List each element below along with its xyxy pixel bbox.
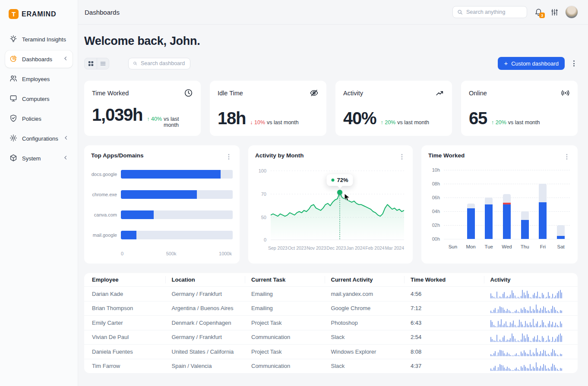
day-bar[interactable]	[485, 198, 493, 239]
bar-segment-remaining	[539, 184, 547, 202]
activity-line-plot: 10070500 72%	[271, 168, 404, 242]
clock-icon	[184, 88, 193, 97]
cell-employee: Emily Carter	[92, 320, 172, 326]
cell-current-activity: Photoshop	[331, 320, 411, 326]
sidebar-item-dashboards[interactable]: Dashboards	[5, 50, 73, 68]
card-menu-button[interactable]	[563, 152, 571, 161]
bar-segment-remaining	[503, 194, 511, 203]
grid-view-button[interactable]	[85, 58, 97, 69]
activity-x-labels: Sep 2023Oct 2023Nov 2023Dec 2023Jan 2024…	[268, 245, 404, 251]
logo[interactable]: T ERAMIND	[0, 0, 78, 31]
activity-sparkline	[490, 289, 565, 298]
list-view-button[interactable]	[97, 58, 109, 69]
avatar[interactable]	[566, 6, 578, 18]
package-icon	[9, 154, 17, 163]
y-tick: 04h	[432, 209, 440, 214]
highlight-dot	[337, 190, 342, 195]
grid-view-icon	[88, 61, 94, 66]
app-bar-fill	[121, 190, 197, 199]
sidebar-item-computers[interactable]: Computers	[5, 90, 73, 107]
day-slot	[462, 167, 480, 240]
column-header[interactable]: Activity	[490, 273, 570, 286]
day-slot	[516, 167, 534, 240]
stat-card-online: Online 65 ↑ 20% vs last month	[461, 81, 578, 136]
search-icon	[457, 9, 463, 15]
bulb-icon	[9, 35, 17, 44]
day-bar[interactable]	[557, 225, 565, 239]
column-header[interactable]: Employee	[92, 273, 172, 286]
dashboard-search-input[interactable]	[141, 60, 186, 66]
sidebar-item-employees[interactable]: Employees	[5, 70, 73, 88]
cell-location: Argentina / Buenos Aires	[172, 305, 252, 311]
table-row[interactable]: Vivian De Paul Germany / Frankfurt Commu…	[84, 330, 578, 345]
global-search-input[interactable]	[466, 9, 522, 15]
app-bar-label: canva.com	[91, 212, 117, 217]
activity-sparkline	[490, 361, 565, 371]
employee-table: Employee Location Current Task Current A…	[84, 273, 578, 373]
day-slot	[552, 167, 570, 240]
stat-card-time-worked: Time Worked 1,039h ↑ 40% vs last month	[84, 81, 201, 136]
table-row[interactable]: Brian Thompson Argentina / Buenos Aires …	[84, 301, 578, 316]
app-root: T ERAMIND Teramind Insights Dashboards E…	[0, 0, 588, 386]
notifications-button[interactable]: 3	[534, 7, 543, 17]
cell-current-task: Project Task	[251, 348, 331, 355]
sidebar-item-label: System	[22, 155, 41, 162]
cell-location: Germany / Frankfurt	[172, 334, 252, 340]
global-search[interactable]	[452, 6, 527, 18]
y-tick: 70	[261, 191, 266, 197]
bar-segment-remaining	[557, 225, 565, 236]
table-row[interactable]: Darian Kade Germany / Frankfurt Emailing…	[84, 286, 578, 301]
column-header[interactable]: Time Worked	[411, 273, 490, 286]
card-menu-button[interactable]	[225, 152, 233, 161]
y-tick: 02h	[432, 223, 440, 228]
column-header[interactable]: Current Task	[251, 273, 331, 286]
table-row[interactable]: Tim Farrow Spain / Valencia Communicatio…	[84, 359, 578, 373]
cell-current-activity: Google Chrome	[331, 305, 411, 311]
cell-employee: Vivian De Paul	[92, 334, 172, 340]
cell-time-worked: 6:43	[411, 320, 490, 326]
day-bar[interactable]	[467, 204, 475, 239]
view-toggle	[84, 58, 109, 69]
table-row[interactable]: Daniela Fuentes United States / Californ…	[84, 344, 578, 359]
page-title: Welcome back, John.	[84, 35, 578, 48]
cell-current-activity: Windows Explorer	[331, 348, 411, 355]
cell-current-task: Project Task	[251, 320, 331, 326]
day-bar[interactable]	[521, 211, 529, 239]
x-tick: 500k	[166, 251, 177, 256]
dashboard-search[interactable]	[128, 58, 190, 69]
app-bar-track	[121, 170, 233, 179]
x-tick: Jan 2024	[346, 245, 365, 251]
logo-mark-icon: T	[9, 9, 19, 19]
controls-menu-button[interactable]	[570, 59, 578, 68]
y-tick: 50	[261, 215, 266, 220]
table-header: Employee Location Current Task Current A…	[84, 273, 578, 286]
tooltip: 72%	[327, 174, 353, 186]
sidebar-item-system[interactable]: System	[5, 150, 73, 167]
stat-suffix: vs last month	[508, 119, 540, 126]
activity-sparkline	[490, 318, 565, 327]
plus-icon: +	[504, 60, 508, 67]
custom-dashboard-button[interactable]: + Custom dashboard	[498, 57, 565, 70]
cell-time-worked: 2:54	[411, 334, 490, 340]
column-header[interactable]: Location	[172, 273, 252, 286]
day-slot	[480, 167, 498, 240]
gear-icon	[9, 134, 17, 143]
day-bar[interactable]	[503, 194, 511, 239]
cell-current-task: Emailing	[251, 291, 331, 297]
cell-current-task: Communication	[251, 334, 331, 340]
day-bar[interactable]	[539, 184, 547, 239]
sidebar-item-label: Policies	[22, 116, 41, 122]
sidebar-item-policies[interactable]: Policies	[5, 110, 73, 127]
activity-by-month-card: Activity by Month	[248, 145, 413, 264]
sidebar-item-configurations[interactable]: Configurations	[5, 130, 73, 147]
column-header[interactable]: Current Activity	[331, 273, 411, 286]
table-row[interactable]: Emily Carter Denmark / Copenhagen Projec…	[84, 315, 578, 330]
y-tick: 0	[264, 237, 266, 242]
app-bar-fill	[121, 231, 136, 239]
cell-location: Germany / Frankfurt	[172, 291, 252, 297]
filters-button[interactable]	[550, 7, 559, 17]
sidebar-item-teramind-insights[interactable]: Teramind Insights	[5, 31, 73, 48]
x-tick: Thu	[516, 244, 534, 249]
card-menu-button[interactable]	[398, 152, 406, 161]
activity-sparkline	[490, 333, 565, 342]
